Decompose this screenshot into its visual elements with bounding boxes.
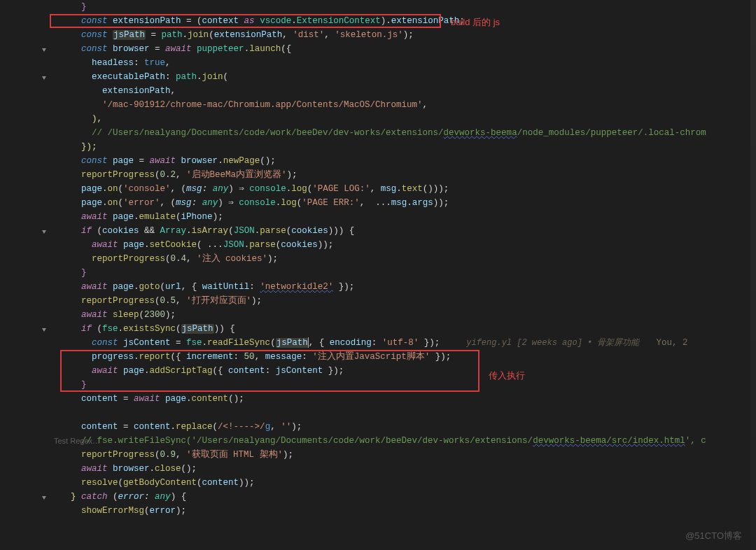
brace: } (81, 2, 87, 12)
gitlens-blame: yifeng.yl [2 weeks ago] • 骨架屏功能 (466, 338, 639, 348)
regex-test-hint[interactable]: Test Regex… (54, 434, 100, 448)
watermark: @51CTO博客 (685, 529, 742, 543)
gitlens-you: You, 2 (656, 338, 687, 348)
chevron-down-icon[interactable] (42, 76, 46, 80)
annotation-label-1: build 后的 js (451, 15, 500, 29)
chevron-down-icon[interactable] (42, 48, 46, 52)
keyword-const: const (81, 16, 108, 26)
minimap-scrollbar[interactable] (750, 0, 756, 550)
code-editor[interactable]: } const extensionPath = (context as vsco… (0, 0, 756, 518)
chevron-down-icon[interactable] (42, 328, 46, 332)
chevron-down-icon[interactable] (42, 496, 46, 500)
annotation-label-2: 传入执行 (489, 369, 525, 383)
chevron-down-icon[interactable] (42, 230, 46, 234)
